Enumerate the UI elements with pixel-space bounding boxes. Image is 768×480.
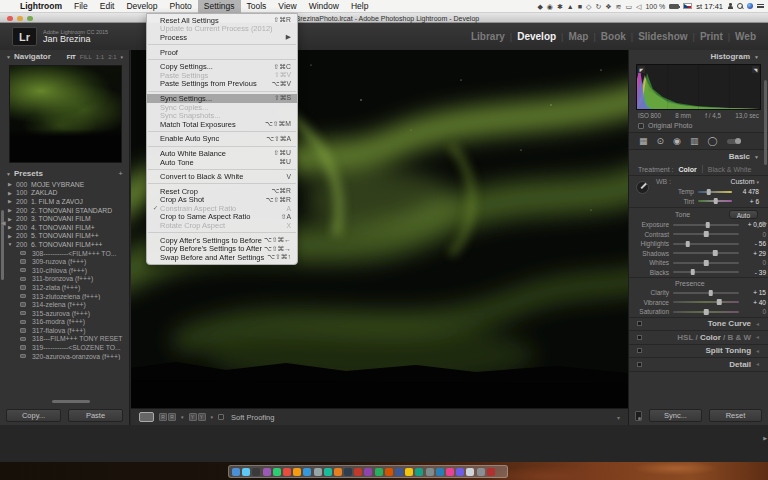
before-after-top-bottom-icon[interactable]: Y (198, 413, 206, 421)
panel-toggle-switch[interactable] (637, 321, 642, 326)
menubar-item-tools[interactable]: Tools (241, 0, 273, 13)
preset-item-315-azurova[interactable]: 315-azurova (f+++) (7, 309, 129, 318)
treatment-bw-option[interactable]: Black & White (708, 166, 752, 173)
panel-header-hsl-color-b-w[interactable]: HSL / Color / B & W◄ (629, 330, 768, 344)
loupe-view-icon[interactable] (139, 412, 154, 422)
slider-track-saturation[interactable] (673, 311, 739, 313)
app-icon-2[interactable]: ◉ (547, 0, 553, 13)
slider-knob[interactable] (704, 309, 709, 315)
app-icon-5[interactable]: ■ (578, 0, 582, 13)
auto-tone-button[interactable]: Auto (729, 210, 758, 219)
zoom-2-1-option[interactable]: 2:1 (108, 54, 116, 60)
slider-knob[interactable] (717, 299, 722, 305)
menubar-item-lightroom[interactable]: Lightroom (14, 0, 68, 13)
slider-tint[interactable]: Tint+ 6 (654, 197, 761, 207)
adjustment-brush-icon[interactable] (727, 139, 741, 144)
dock-app-icon-15[interactable] (375, 468, 383, 476)
toolbar-options-dropdown-icon[interactable]: ▾ (617, 414, 620, 421)
preset-item-319[interactable]: 319-----------<SLOZENE TO... (7, 343, 129, 352)
highlight-clipping-indicator[interactable]: ◥ (752, 66, 759, 73)
preset-item-310-cihlova[interactable]: 310-cihlova (f+++) (7, 266, 129, 275)
preset-item-309-ruzova[interactable]: 309-ruzova (f+++) (7, 257, 129, 266)
dock-app-icon-6[interactable] (283, 468, 291, 476)
slider-knob[interactable] (706, 222, 711, 228)
menubar-item-view[interactable]: View (272, 0, 302, 13)
app-icon-6[interactable]: ◇ (586, 0, 591, 13)
dock-app-icon-26[interactable] (487, 468, 495, 476)
slider-clarity[interactable]: Clarity+ 15 (629, 288, 768, 298)
before-after-top-bottom-icon[interactable]: Y (189, 413, 197, 421)
slider-knob[interactable] (708, 290, 713, 296)
menubar-item-help[interactable]: Help (345, 0, 374, 13)
menu-item-process[interactable]: Process▶ (147, 33, 297, 42)
before-after-left-right-icon[interactable]: R (159, 413, 167, 421)
slider-track-temp[interactable] (698, 191, 732, 193)
menubar-item-photo[interactable]: Photo (164, 0, 198, 13)
notification-center-icon[interactable] (757, 3, 764, 9)
zoom-fit-option[interactable]: FIT (67, 54, 76, 60)
slider-track-tint[interactable] (698, 200, 732, 202)
menu-item-copy-before-s-settings-to-after[interactable]: Copy Before's Settings to After⌥⇧⌘→ (147, 244, 297, 253)
czech-flag-icon[interactable] (683, 3, 692, 9)
white-balance-eyedropper-icon[interactable] (636, 181, 649, 194)
dock-app-icon-12[interactable] (344, 468, 352, 476)
slider-saturation[interactable]: Saturation0 (629, 307, 768, 317)
panel-header-split-toning[interactable]: Split Toning◄ (629, 344, 768, 358)
dock-app-icon-5[interactable] (273, 468, 281, 476)
crop-overlay-icon[interactable]: ▦ (639, 133, 648, 150)
menu-item-sync-settings[interactable]: Sync Settings...⇧⌘S (147, 94, 297, 103)
dock-app-icon-11[interactable] (334, 468, 342, 476)
menu-item-paste-settings-from-previous[interactable]: Paste Settings from Previous⌥⌘V (147, 80, 297, 89)
slider-track-exposure[interactable] (673, 224, 739, 226)
dock-app-icon-20[interactable] (426, 468, 434, 476)
app-icon-3[interactable]: ✱ (557, 0, 563, 13)
preset-item-311-bronzova[interactable]: 311-bronzova (f+++) (7, 275, 129, 284)
spotlight-search-icon[interactable] (737, 3, 743, 9)
right-panel-scrollbar[interactable] (764, 80, 767, 165)
zoom-window-button[interactable] (27, 16, 33, 22)
slider-exposure[interactable]: Exposure+ 0,60 (629, 220, 768, 230)
slider-track-vibrance[interactable] (673, 301, 739, 303)
reset-button[interactable]: Reset (709, 409, 762, 422)
histogram-panel-header[interactable]: Histogram ▼ (629, 50, 768, 63)
menubar-clock[interactable]: st 17:41 (696, 2, 723, 11)
menubar-item-settings[interactable]: Settings (198, 0, 241, 13)
dock-app-icon-10[interactable] (324, 468, 332, 476)
menu-item-proof[interactable]: Proof (147, 48, 297, 57)
module-library[interactable]: Library (471, 31, 505, 42)
treatment-color-option[interactable]: Color (679, 166, 697, 173)
module-web[interactable]: Web (735, 31, 756, 42)
menubar-item-edit[interactable]: Edit (94, 0, 121, 13)
preset-item-313-zlutozel[interactable]: 313-zlutozelena (f+++) (7, 292, 129, 301)
preset-group-200-5-tonovani-film[interactable]: ▶2005. TONOVANI FILM++ (7, 232, 129, 241)
panel-toggle-switch[interactable] (637, 362, 642, 367)
slider-track-contrast[interactable] (673, 233, 739, 235)
dock-app-icon-3[interactable] (252, 468, 260, 476)
panel-toggle-switch[interactable] (637, 348, 642, 353)
user-icon[interactable] (727, 3, 733, 9)
preset-group-200-2-tonovani-standard[interactable]: ▶2002. TONOVANI STANDARD (7, 206, 129, 215)
menu-item-enable-auto-sync[interactable]: Enable Auto Sync⌥⇧⌘A (147, 135, 297, 144)
zoom-more-icon[interactable]: ▾ (120, 54, 123, 60)
slider-track-clarity[interactable] (673, 292, 739, 294)
menu-item-auto-tone[interactable]: Auto Tone⌘U (147, 158, 297, 167)
before-after-dropdown-icon[interactable]: ▾ (211, 414, 214, 420)
histogram[interactable]: ◤ ◥ (636, 64, 761, 110)
dock-app-icon-18[interactable] (405, 468, 413, 476)
dock-app-icon-14[interactable] (364, 468, 372, 476)
module-map[interactable]: Map (568, 31, 588, 42)
preset-item-316-modra-f[interactable]: 316-modra (f+++) (7, 318, 129, 327)
dock-app-icon-16[interactable] (385, 468, 393, 476)
preset-group-100-zaklad[interactable]: ▶100ZAKLAD (7, 189, 129, 198)
sync-button[interactable]: Sync... (649, 409, 702, 422)
slider-track-shadows[interactable] (673, 252, 739, 254)
dock-app-icon-7[interactable] (293, 468, 301, 476)
wb-preset-dropdown[interactable]: Custom ▾ (730, 178, 759, 185)
slider-temp[interactable]: Temp4 478 (654, 187, 761, 197)
dock-app-icon-23[interactable] (456, 468, 464, 476)
module-book[interactable]: Book (601, 31, 626, 42)
slider-track-whites[interactable] (673, 262, 739, 264)
dock-app-icon-1[interactable] (232, 468, 240, 476)
zoom-1-1-option[interactable]: 1:1 (96, 54, 104, 60)
preset-item-312-zlata-f[interactable]: 312-zlata (f+++) (7, 283, 129, 292)
